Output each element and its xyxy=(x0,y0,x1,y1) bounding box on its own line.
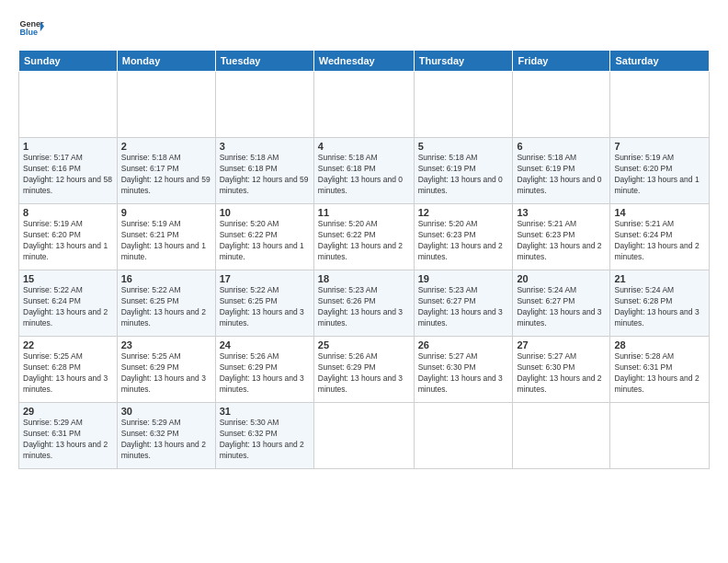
day-info: Sunrise: 5:24 AMSunset: 6:27 PMDaylight:… xyxy=(517,285,606,329)
calendar-cell: 29Sunrise: 5:29 AMSunset: 6:31 PMDayligh… xyxy=(19,403,118,469)
logo: General Blue xyxy=(18,15,44,40)
day-number: 3 xyxy=(220,141,310,152)
day-number: 10 xyxy=(220,207,310,218)
calendar-cell: 28Sunrise: 5:28 AMSunset: 6:31 PMDayligh… xyxy=(610,337,710,403)
day-number: 25 xyxy=(318,339,410,350)
calendar-cell: 16Sunrise: 5:22 AMSunset: 6:25 PMDayligh… xyxy=(117,270,215,337)
day-number: 22 xyxy=(23,339,113,350)
day-info: Sunrise: 5:23 AMSunset: 6:26 PMDaylight:… xyxy=(318,285,410,329)
day-number: 15 xyxy=(23,273,113,284)
day-info: Sunrise: 5:24 AMSunset: 6:28 PMDaylight:… xyxy=(614,285,705,329)
day-number: 12 xyxy=(418,207,509,218)
calendar-cell: 9Sunrise: 5:19 AMSunset: 6:21 PMDaylight… xyxy=(117,204,215,270)
calendar-cell: 19Sunrise: 5:23 AMSunset: 6:27 PMDayligh… xyxy=(414,270,513,337)
weekday-header-sunday: Sunday xyxy=(19,51,118,72)
day-info: Sunrise: 5:27 AMSunset: 6:30 PMDaylight:… xyxy=(517,351,606,396)
day-number: 7 xyxy=(614,141,705,152)
day-info: Sunrise: 5:18 AMSunset: 6:18 PMDaylight:… xyxy=(220,153,310,197)
calendar-cell: 1Sunrise: 5:17 AMSunset: 6:16 PMDaylight… xyxy=(19,138,118,204)
weekday-header-thursday: Thursday xyxy=(414,51,513,72)
calendar-cell xyxy=(513,72,610,138)
day-number: 31 xyxy=(220,406,310,417)
calendar-cell xyxy=(414,403,513,469)
calendar-cell xyxy=(215,72,313,138)
page: General Blue SundayMondayTuesdayWednesda… xyxy=(0,0,728,563)
day-info: Sunrise: 5:18 AMSunset: 6:19 PMDaylight:… xyxy=(517,153,606,197)
weekday-header-monday: Monday xyxy=(117,51,215,72)
day-number: 14 xyxy=(614,207,705,218)
day-info: Sunrise: 5:21 AMSunset: 6:24 PMDaylight:… xyxy=(614,219,705,263)
day-info: Sunrise: 5:29 AMSunset: 6:31 PMDaylight:… xyxy=(23,418,113,462)
calendar-cell: 18Sunrise: 5:23 AMSunset: 6:26 PMDayligh… xyxy=(313,270,414,337)
calendar-cell: 6Sunrise: 5:18 AMSunset: 6:19 PMDaylight… xyxy=(513,138,610,204)
header: General Blue xyxy=(18,15,710,40)
weekday-header-tuesday: Tuesday xyxy=(215,51,313,72)
day-info: Sunrise: 5:19 AMSunset: 6:20 PMDaylight:… xyxy=(23,219,113,263)
calendar-cell xyxy=(610,403,710,469)
calendar-cell: 17Sunrise: 5:22 AMSunset: 6:25 PMDayligh… xyxy=(215,270,313,337)
day-info: Sunrise: 5:26 AMSunset: 6:29 PMDaylight:… xyxy=(220,351,310,396)
calendar-cell: 7Sunrise: 5:19 AMSunset: 6:20 PMDaylight… xyxy=(610,138,710,204)
calendar-cell: 5Sunrise: 5:18 AMSunset: 6:19 PMDaylight… xyxy=(414,138,513,204)
day-info: Sunrise: 5:18 AMSunset: 6:19 PMDaylight:… xyxy=(418,153,509,197)
calendar-cell xyxy=(513,403,610,469)
day-info: Sunrise: 5:27 AMSunset: 6:30 PMDaylight:… xyxy=(418,351,509,396)
calendar-cell: 27Sunrise: 5:27 AMSunset: 6:30 PMDayligh… xyxy=(513,337,610,403)
day-number: 20 xyxy=(517,273,606,284)
calendar-cell: 12Sunrise: 5:20 AMSunset: 6:23 PMDayligh… xyxy=(414,204,513,270)
day-info: Sunrise: 5:22 AMSunset: 6:25 PMDaylight:… xyxy=(121,285,211,329)
day-info: Sunrise: 5:19 AMSunset: 6:20 PMDaylight:… xyxy=(614,153,705,197)
day-number: 4 xyxy=(318,141,410,152)
day-number: 11 xyxy=(318,207,410,218)
day-info: Sunrise: 5:17 AMSunset: 6:16 PMDaylight:… xyxy=(23,153,113,197)
calendar-cell: 10Sunrise: 5:20 AMSunset: 6:22 PMDayligh… xyxy=(215,204,313,270)
day-number: 17 xyxy=(220,273,310,284)
day-number: 5 xyxy=(418,141,509,152)
calendar-cell: 21Sunrise: 5:24 AMSunset: 6:28 PMDayligh… xyxy=(610,270,710,337)
calendar-cell xyxy=(19,72,118,138)
day-number: 1 xyxy=(23,141,113,152)
calendar-cell: 20Sunrise: 5:24 AMSunset: 6:27 PMDayligh… xyxy=(513,270,610,337)
calendar-cell: 2Sunrise: 5:18 AMSunset: 6:17 PMDaylight… xyxy=(117,138,215,204)
weekday-header-wednesday: Wednesday xyxy=(313,51,414,72)
calendar-cell: 11Sunrise: 5:20 AMSunset: 6:22 PMDayligh… xyxy=(313,204,414,270)
day-number: 26 xyxy=(418,339,509,350)
day-number: 29 xyxy=(23,406,113,417)
day-info: Sunrise: 5:25 AMSunset: 6:28 PMDaylight:… xyxy=(23,351,113,396)
day-info: Sunrise: 5:21 AMSunset: 6:23 PMDaylight:… xyxy=(517,219,606,263)
day-number: 2 xyxy=(121,141,211,152)
calendar-cell: 8Sunrise: 5:19 AMSunset: 6:20 PMDaylight… xyxy=(19,204,118,270)
calendar-cell: 26Sunrise: 5:27 AMSunset: 6:30 PMDayligh… xyxy=(414,337,513,403)
day-info: Sunrise: 5:28 AMSunset: 6:31 PMDaylight:… xyxy=(614,351,705,396)
calendar-cell xyxy=(313,72,414,138)
day-info: Sunrise: 5:18 AMSunset: 6:17 PMDaylight:… xyxy=(121,153,211,197)
calendar-cell: 4Sunrise: 5:18 AMSunset: 6:18 PMDaylight… xyxy=(313,138,414,204)
weekday-header-saturday: Saturday xyxy=(610,51,710,72)
day-info: Sunrise: 5:29 AMSunset: 6:32 PMDaylight:… xyxy=(121,418,211,462)
day-info: Sunrise: 5:26 AMSunset: 6:29 PMDaylight:… xyxy=(318,351,410,396)
day-number: 21 xyxy=(614,273,705,284)
day-number: 23 xyxy=(121,339,211,350)
day-info: Sunrise: 5:30 AMSunset: 6:32 PMDaylight:… xyxy=(220,418,310,462)
day-number: 9 xyxy=(121,207,211,218)
logo-icon: General Blue xyxy=(18,15,44,40)
day-info: Sunrise: 5:25 AMSunset: 6:29 PMDaylight:… xyxy=(121,351,211,396)
day-info: Sunrise: 5:22 AMSunset: 6:24 PMDaylight:… xyxy=(23,285,113,329)
calendar-cell: 31Sunrise: 5:30 AMSunset: 6:32 PMDayligh… xyxy=(215,403,313,469)
calendar-cell: 22Sunrise: 5:25 AMSunset: 6:28 PMDayligh… xyxy=(19,337,118,403)
calendar-cell xyxy=(117,72,215,138)
calendar-cell: 30Sunrise: 5:29 AMSunset: 6:32 PMDayligh… xyxy=(117,403,215,469)
day-info: Sunrise: 5:19 AMSunset: 6:21 PMDaylight:… xyxy=(121,219,211,263)
calendar-cell: 23Sunrise: 5:25 AMSunset: 6:29 PMDayligh… xyxy=(117,337,215,403)
day-info: Sunrise: 5:22 AMSunset: 6:25 PMDaylight:… xyxy=(220,285,310,329)
day-info: Sunrise: 5:23 AMSunset: 6:27 PMDaylight:… xyxy=(418,285,509,329)
svg-text:Blue: Blue xyxy=(19,28,38,37)
calendar-cell: 24Sunrise: 5:26 AMSunset: 6:29 PMDayligh… xyxy=(215,337,313,403)
calendar-table: SundayMondayTuesdayWednesdayThursdayFrid… xyxy=(18,50,710,469)
day-number: 8 xyxy=(23,207,113,218)
day-number: 27 xyxy=(517,339,606,350)
calendar-cell xyxy=(414,72,513,138)
day-number: 16 xyxy=(121,273,211,284)
day-number: 24 xyxy=(220,339,310,350)
day-number: 19 xyxy=(418,273,509,284)
